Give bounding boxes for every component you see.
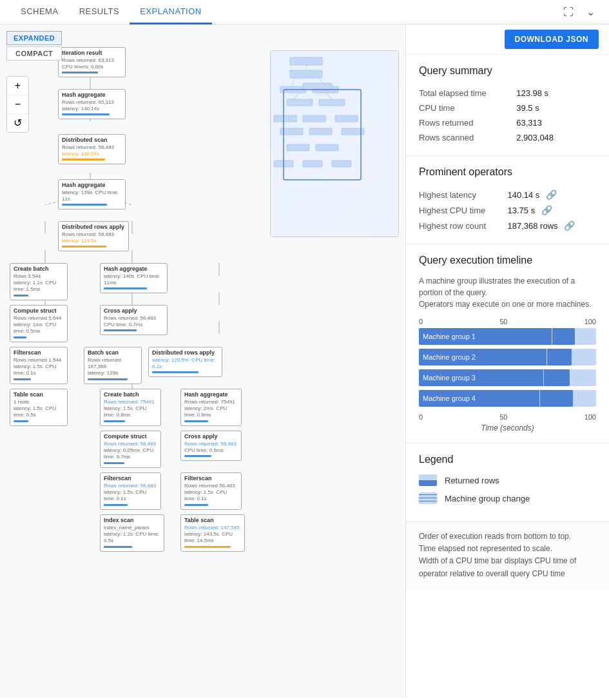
svg-rect-16 [303, 160, 322, 167]
table-row: CPU time 39.5 s [419, 101, 596, 115]
timeline-bar-wrap-0: Machine group 1 [419, 328, 596, 345]
table-row: Total elapsed time 123.98 s [419, 86, 596, 101]
summary-table: Total elapsed time 123.98 s CPU time 39.… [419, 86, 596, 145]
timeline-bar-fill-3: Machine group 4 [419, 390, 573, 407]
timeline-bar-wrap-2: Machine group 3 [419, 369, 596, 386]
timeline-section: Query execution timeline A machine group… [406, 244, 609, 443]
timeline-bar-tick-3 [539, 390, 540, 407]
tab-actions: ⛶ ⌄ [559, 3, 599, 21]
timeline-bar-row-0: Machine group 1 [419, 328, 596, 345]
zoom-in-button[interactable]: + [7, 77, 28, 95]
node-filterscan-1[interactable]: Filterscan Rows returned 1.544 latency: … [10, 347, 68, 384]
svg-rect-0 [290, 57, 322, 65]
chevron-down-icon[interactable]: ⌄ [583, 3, 599, 21]
legend-label-1: Machine group change [445, 494, 530, 503]
timeline-bar-wrap-3: Machine group 4 [419, 390, 596, 407]
mini-map-inner [271, 51, 398, 237]
timeline-bar-fill-2: Machine group 3 [419, 369, 570, 386]
summary-label-3: Rows scanned [419, 130, 516, 145]
svg-rect-6 [319, 99, 345, 106]
tab-results[interactable]: RESULTS [69, 0, 130, 24]
svg-rect-14 [316, 144, 338, 151]
summary-value-3: 2,903,048 [516, 130, 596, 145]
legend-section: Legend Returned rows Machine group chang… [406, 443, 609, 521]
node-table-scan-right[interactable]: Table scan Rows returned: 147,545 latenc… [180, 514, 245, 552]
node-distributed-rows-apply-2[interactable]: Distributed rows apply latency: 129.5% C… [148, 347, 222, 377]
svg-rect-13 [287, 144, 309, 151]
legend-icon-rows [419, 474, 437, 486]
svg-rect-5 [287, 99, 313, 106]
timeline-axis-bottom: 0 50 100 [419, 413, 596, 421]
timeline-bars: Machine group 1 Machine group 2 [419, 328, 596, 407]
node-index-scan[interactable]: Index scan index_name_param latency: 1.2… [100, 514, 164, 552]
table-row: Rows scanned 2,903,048 [419, 130, 596, 145]
node-hash-aggregate-1[interactable]: Hash aggregate Rows returned: 65,313 lat… [58, 89, 126, 119]
left-panel: EXPANDED COMPACT + − ↺ [0, 24, 406, 697]
timeline-bar-row-3: Machine group 4 [419, 390, 596, 407]
node-hash-aggregate-4[interactable]: Hash aggregate Rows returned: 75491 late… [180, 389, 242, 426]
node-create-batch-2[interactable]: Create batch Rows returned: 75491 latenc… [100, 389, 161, 426]
prominent-operators-title: Prominent operators [419, 166, 596, 178]
node-batch-scan[interactable]: Batch scan Rows returned 187,368 latency… [84, 347, 142, 384]
timeline-bar-row-2: Machine group 3 [419, 369, 596, 386]
view-buttons: EXPANDED COMPACT [6, 31, 62, 61]
tab-explanation[interactable]: EXPLANATION [130, 0, 212, 24]
timeline-bar-tick-2 [543, 369, 544, 386]
svg-rect-7 [274, 115, 296, 122]
timeline-desc: A machine group illustrates the executio… [419, 275, 596, 310]
zoom-reset-button[interactable]: ↺ [7, 114, 28, 132]
compact-button[interactable]: COMPACT [6, 46, 62, 61]
node-table-scan-left[interactable]: Table scan 1 node latency: 1.5s CPU time… [10, 389, 68, 426]
operator-row-2: Highest row count 187,368 rows 🔗 [419, 218, 596, 233]
download-json-button[interactable]: DOWNLOAD JSON [505, 30, 599, 49]
prominent-operators-section: Prominent operators Highest latency 140.… [406, 156, 609, 244]
link-icon-2[interactable]: 🔗 [564, 220, 575, 231]
query-summary-title: Query summary [419, 65, 596, 77]
timeline-bar-tick-0 [552, 328, 552, 345]
expanded-button[interactable]: EXPANDED [6, 31, 62, 45]
summary-value-0: 123.98 s [516, 86, 596, 101]
link-icon-0[interactable]: 🔗 [546, 190, 557, 200]
node-distributed-rows-apply-1[interactable]: Distributed rows apply Rows returned: 56… [58, 221, 129, 251]
node-cross-apply[interactable]: Cross apply Rows returned: 56,483 CPU ti… [100, 305, 168, 335]
node-compute-struct-2[interactable]: Compute struct Rows returned: 56,483 lat… [100, 431, 161, 468]
node-compute-struct-1[interactable]: Compute struct Rows returned 5,644 laten… [10, 305, 68, 342]
summary-label-1: CPU time [419, 101, 516, 115]
svg-rect-1 [290, 70, 322, 78]
mini-map-svg [271, 51, 398, 237]
timeline-bar-wrap-1: Machine group 2 [419, 349, 596, 365]
node-cross-apply-2[interactable]: Cross apply Rows returned: 56,483 CPU ti… [180, 431, 242, 461]
legend-item-0: Returned rows [419, 474, 596, 486]
node-filterscan-3[interactable]: Filterscan Rows returned 56,483 latency:… [180, 472, 242, 510]
svg-line-21 [293, 93, 300, 99]
timeline-bar-row-1: Machine group 2 [419, 349, 596, 365]
operator-row-0: Highest latency 140.14 s 🔗 [419, 187, 596, 202]
legend-icon-group [419, 492, 437, 504]
node-hash-aggregate-2[interactable]: Hash aggregate latency: 139s CPU time: 1… [58, 179, 126, 209]
timeline-x-label: Time (seconds) [419, 423, 596, 433]
summary-label-2: Rows returned [419, 115, 516, 130]
svg-line-22 [325, 93, 332, 99]
download-btn-area: DOWNLOAD JSON [406, 24, 609, 55]
timeline-axis-top: 0 50 100 [419, 318, 596, 326]
node-create-batch-1[interactable]: Create batch Rows 3.544 latency: 1.1s CP… [10, 263, 68, 300]
summary-label-0: Total elapsed time [419, 86, 516, 101]
operator-value-1: 13.75 s 🔗 [508, 205, 597, 215]
timeline-bar-tick-1 [546, 349, 547, 365]
legend-label-0: Returned rows [445, 476, 499, 485]
operator-value-0: 140.14 s 🔗 [508, 190, 597, 200]
link-icon-1[interactable]: 🔗 [541, 205, 552, 215]
operator-label-1: Highest CPU time [419, 206, 508, 215]
tab-schema[interactable]: SCHEMA [10, 0, 69, 24]
table-row: Rows returned 63,313 [419, 115, 596, 130]
zoom-out-button[interactable]: − [7, 95, 28, 114]
node-distributed-scan-1[interactable]: Distributed scan Rows returned: 56,483 l… [58, 134, 126, 164]
node-filterscan-2[interactable]: Filterscan Rows returned: 56,483 latency… [100, 472, 161, 510]
main-layout: EXPANDED COMPACT + − ↺ [0, 24, 609, 697]
operator-label-0: Highest latency [419, 190, 508, 200]
node-iteration-result[interactable]: Iteration result Rows returned: 63,313 C… [58, 47, 126, 77]
mini-map [270, 50, 399, 237]
fullscreen-icon[interactable]: ⛶ [559, 4, 577, 21]
timeline-title: Query execution timeline [419, 255, 596, 266]
node-hash-aggregate-3[interactable]: Hash aggregate latency: 140s CPU time: 1… [100, 263, 168, 293]
